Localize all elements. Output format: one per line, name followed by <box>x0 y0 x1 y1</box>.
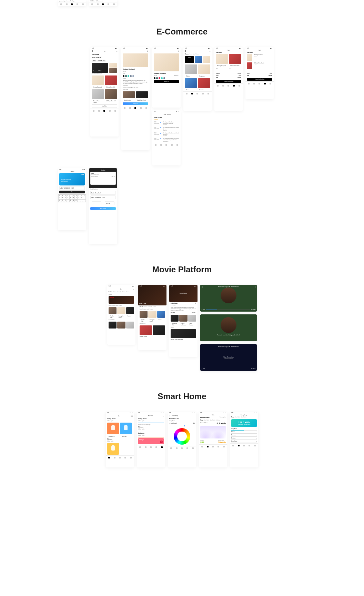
load-more-button[interactable]: Load More <box>92 104 117 108</box>
checkout-button[interactable]: Proceed to Checkout <box>247 78 272 81</box>
detail-hero: 9:41•• ▬ ■ Coming Monday <box>169 285 198 302</box>
search-icon[interactable]: ⌕ <box>210 50 210 52</box>
brightness-slider[interactable] <box>169 425 195 427</box>
category-chip[interactable]: Bags <box>185 56 194 63</box>
cart-item[interactable]: Whitetail Grip Hoodie- 1 + <box>245 62 274 70</box>
play-icon[interactable]: ▶ <box>202 309 202 310</box>
add-to-cart-button[interactable]: Add to Cart <box>123 102 148 105</box>
video-player-2: You should be out there helping people, … <box>200 314 257 341</box>
screen-movie-detail: 9:41•• ▬ ■ Coming Monday Luke Cage☐ ★★★★… <box>169 285 198 357</box>
screen-cart-summary: 9:41•• ▬ ■ Cart Summary Heritage Backpac… <box>214 47 243 111</box>
partial-screen-1: photo and great ocean. Thank you <box>58 0 86 6</box>
screen-energy-detail: 9:41•• ▬ ■ Energy Usage TodayLast WeekLa… <box>230 412 258 467</box>
bottom-nav[interactable] <box>90 109 119 113</box>
screen-checkout-card: 9:41•• ▬ ■ Checkout VISA 4457 1266 6937 … <box>58 168 86 230</box>
product-image <box>154 53 179 71</box>
next-button[interactable]: Next <box>59 191 85 193</box>
movie-tabs[interactable]: For YouActionComedyCrimeDrama <box>107 291 135 293</box>
checkout-button[interactable]: Proceed to Checkout <box>216 80 241 83</box>
light-tile[interactable] <box>107 423 119 434</box>
screen-product-detail: 9:41•• ▬ ■ ‹⤴ Heritage Backpack $39.99 C… <box>121 47 150 150</box>
settings-icon[interactable]: ◎◎ <box>131 415 133 417</box>
back-icon[interactable]: ‹ <box>169 415 170 417</box>
screen-checkout-form: Checkout VISA **** **** **** **** Keith … <box>89 168 117 244</box>
share-icon[interactable]: ⤴ <box>148 50 148 52</box>
screen-cart-list: 9:41•• ▬ ■ Cart Summary Heritage Backpac… <box>245 47 274 99</box>
screen-browse: 9:41•• ▬ ■ ☰h.⌕ Browse our store! Filter… <box>90 47 119 137</box>
video-player-1: Marvel's Luke Cage S1:E1 "Moment of Trut… <box>200 285 257 312</box>
category-tabs[interactable]: WomenMenKidsUnisex <box>183 53 212 55</box>
screen-order-tracking: 9:41•• ▬ ■ ‹Order Tracking Order #1445 I… <box>152 110 181 165</box>
hero-banner[interactable]: Summer 2017 <box>92 63 108 73</box>
color-swatches[interactable] <box>152 77 181 80</box>
cvv-input[interactable]: *** <box>92 201 101 205</box>
screen-categories: 9:41•• ▬ ■ ☰⌕ WomenMenKidsUnisex Bags Wa… <box>183 47 212 111</box>
screen-stats: 9:41•• ▬ ■ Stats Energy UsageConsumption… <box>199 412 227 467</box>
fullscreen-icon[interactable]: ⛶ <box>254 368 255 370</box>
credit-card: VISA 4457 1266 6937 8122 Keith Crawford <box>59 173 85 185</box>
color-swatches[interactable] <box>121 74 150 78</box>
section-smarthome: Smart Home <box>0 392 364 401</box>
usage-chart <box>200 426 226 438</box>
product-thumb[interactable] <box>92 75 104 85</box>
light-tile[interactable] <box>120 423 132 434</box>
filters-button[interactable]: Filters <box>92 60 97 62</box>
cart-item[interactable]: Heritage Backpack- 1 + <box>245 53 274 62</box>
screen-movie-hero: 9:41•• ▬ ■ Luke Cage For YouActionComedy… <box>138 285 166 350</box>
order-title: Order #1445 <box>152 116 181 119</box>
section-movie: Movie Platform <box>0 265 364 274</box>
screen-light-settings: 9:41•• ▬ ■ ‹Light Settings Behind the TV… <box>168 412 196 467</box>
product-image <box>123 53 148 67</box>
card-input[interactable]: 4457 1266 6937 8122 <box>59 186 85 190</box>
add-to-cart-button[interactable]: Add to Cart <box>154 80 179 83</box>
energy-panel: 128.6 kWh Less energy than last week <box>231 419 257 427</box>
card-number-input[interactable]: 4457 1266 6937 8122 <box>90 195 116 199</box>
video-player-cast: Marvel's Luke Cage S1:E1 "Moment of Trut… <box>200 344 257 371</box>
product-thumb[interactable] <box>105 89 117 99</box>
pay-button[interactable]: $290.00 Pay <box>90 207 116 210</box>
search-icon[interactable]: ⌕ <box>117 50 117 52</box>
add-room-tile[interactable]: Add Light+ <box>138 438 164 444</box>
trailer-thumb[interactable] <box>171 329 196 338</box>
product-thumb[interactable] <box>105 75 117 85</box>
search-icon[interactable]: ⌕ <box>133 288 134 290</box>
product-thumb[interactable] <box>92 89 104 99</box>
light-tile[interactable] <box>107 443 119 455</box>
name-input[interactable]: Keith Crawford <box>90 191 116 195</box>
screen-rooms: 9:41•• ▬ ■ h.◎◎ Living Room 4 Main Light… <box>106 412 134 467</box>
progress-bar[interactable] <box>206 310 251 310</box>
color-wheel[interactable] <box>174 428 190 445</box>
play-icon[interactable]: ▶ <box>202 368 202 370</box>
hero-banner[interactable]: 9:41•• ▬ ■ Luke Cage <box>138 285 166 305</box>
back-icon[interactable]: ‹ <box>154 50 154 52</box>
back-icon[interactable]: ‹ <box>123 50 123 52</box>
player[interactable]: Marvel's Luke Cage S1:E1 "Moment of Trut… <box>200 285 257 312</box>
screen-my-rooms: 9:41•• ▬ ■ My Rooms+ Living Room2 Main L… <box>137 412 165 467</box>
add-icon[interactable]: + <box>163 415 164 417</box>
menu-icon[interactable]: ☰ <box>185 50 186 52</box>
card-preview: VISA **** **** **** **** Keith Crawford0… <box>90 172 116 185</box>
section-ecommerce: E-Commerce <box>0 27 364 37</box>
bookmark-icon[interactable]: ☐ <box>195 302 196 304</box>
page-title: Browse <box>90 53 119 56</box>
screen-movie-home: 9:41•• ▬ ■ h.⌕ For YouActionComedyCrimeD… <box>107 285 135 345</box>
expiry-input[interactable]: 03 / 22 <box>105 201 114 205</box>
back-icon[interactable]: ‹ <box>154 114 154 115</box>
close-icon[interactable]: ✕ <box>202 286 203 288</box>
partial-screen-2: 7.530 likes · 446 comments <box>89 0 117 6</box>
fullscreen-icon[interactable]: ⛶ <box>254 309 255 310</box>
menu-icon[interactable]: ☰ <box>92 50 93 52</box>
keyboard[interactable]: QWERTYUIOP ASDFGHJKL ZXCVBNM <box>58 194 86 202</box>
product-title: Heritage Backpack <box>121 68 150 70</box>
share-icon[interactable]: ⤴ <box>179 50 179 52</box>
movie-hero[interactable]: NETFLIX <box>109 296 134 304</box>
cast-icon[interactable]: ⎚ <box>255 286 255 288</box>
screen-product-card: 9:41•• ▬ ■ ‹⤴ Heritage Backpack $39.99★★… <box>152 47 181 108</box>
